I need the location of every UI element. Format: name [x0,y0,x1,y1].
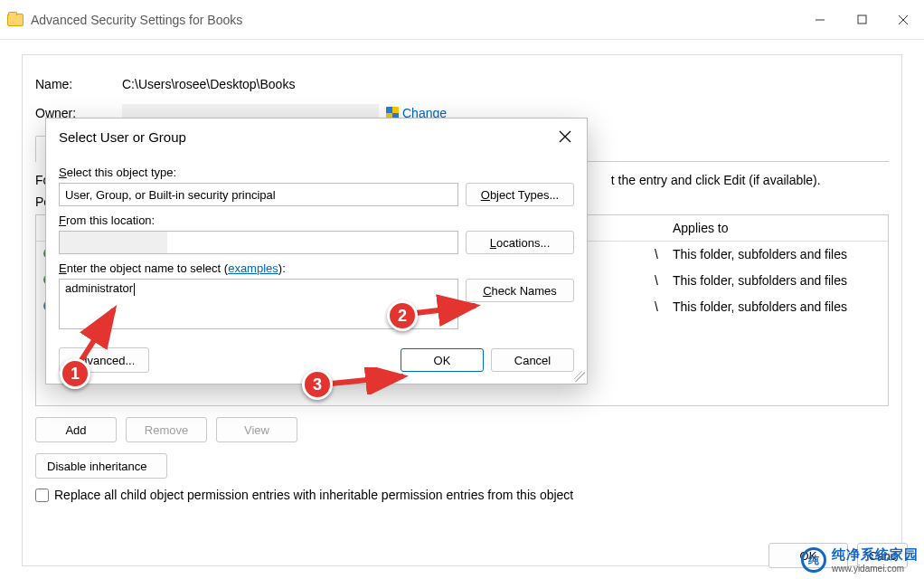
add-button[interactable]: Add [35,417,117,442]
examples-link[interactable]: examples [228,261,278,275]
locations-button[interactable]: Locations... [466,231,574,254]
window-system-buttons [799,0,924,39]
annotation-badge-3: 3 [302,369,333,400]
replace-entries-row: Replace all child object permission entr… [23,479,901,515]
svg-line-8 [331,376,403,384]
minimize-button[interactable] [799,0,841,39]
dialog-cancel-button[interactable]: Cancel [491,348,574,372]
object-type-label: Select this object type: [59,166,574,179]
svg-rect-1 [858,15,866,24]
annotation-badge-1: 1 [60,358,90,389]
location-label: From this location: [59,214,574,227]
window-titlebar: Advanced Security Settings for Books [0,0,924,40]
disable-inheritance-button[interactable]: Disable inheritance [35,453,167,479]
resize-grip-icon[interactable] [574,371,585,382]
close-button[interactable] [882,0,924,39]
view-button[interactable]: View [216,417,297,442]
annotation-arrow-2 [409,293,490,329]
window-title: Advanced Security Settings for Books [31,13,799,27]
watermark-line2: www.yidamei.com [832,564,919,574]
annotation-arrow-1 [71,297,143,369]
name-label: Name: [35,77,122,91]
info-suffix: t the entry and click Edit (if available… [611,173,821,187]
folder-icon [7,14,24,26]
svg-line-6 [81,309,114,360]
dialog-title: Select User or Group [59,129,186,145]
svg-line-7 [416,306,476,313]
cell-applies: This folder, subfolders and files [665,268,888,294]
watermark: 纯 纯净系统家园 www.yidamei.com [801,546,919,574]
cell-applies: This folder, subfolders and files [665,242,888,268]
dialog-titlebar: Select User or Group [46,119,587,155]
annotation-arrow-3 [325,367,416,394]
maximize-button[interactable] [841,0,882,39]
enter-name-label: Enter the object name to select (example… [59,261,574,275]
location-field[interactable] [59,231,458,254]
watermark-line1: 纯净系统家园 [832,546,919,564]
entry-buttons: Add Remove View [23,406,901,453]
annotation-badge-2: 2 [387,300,418,331]
object-type-field[interactable] [59,183,458,206]
watermark-logo: 纯 [801,547,826,573]
remove-button[interactable]: Remove [126,417,207,442]
replace-entries-label: Replace all child object permission entr… [54,488,573,502]
col-applies: Applies to [665,215,888,241]
replace-entries-checkbox[interactable] [35,489,49,502]
object-types-button[interactable]: Object Types... [466,183,574,206]
cell-applies: This folder, subfolders and files [665,294,888,320]
name-value: C:\Users\rosee\Desktop\Books [122,77,295,91]
name-row: Name: C:\Users\rosee\Desktop\Books [23,71,901,97]
dialog-close-button[interactable] [552,124,578,149]
